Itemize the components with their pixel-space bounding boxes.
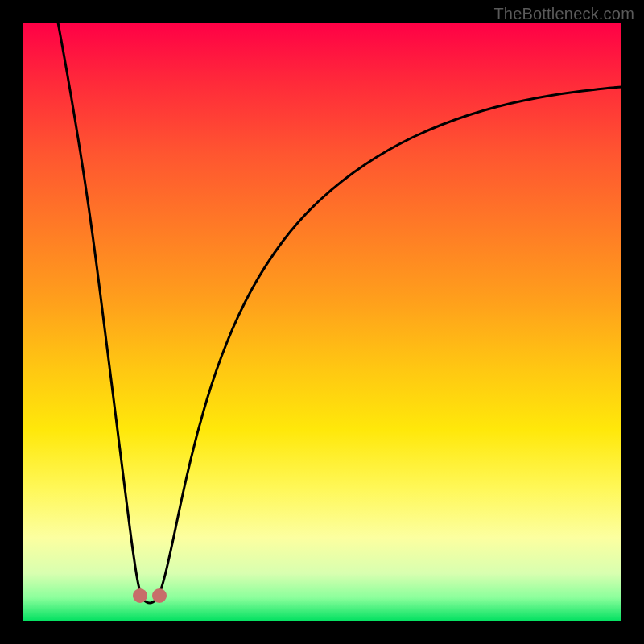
curve-markers <box>133 588 167 603</box>
watermark-text: TheBottleneck.com <box>493 5 634 23</box>
chart-frame: TheBottleneck.com <box>0 0 644 644</box>
curve-layer <box>23 23 621 621</box>
bottleneck-curve <box>58 23 621 603</box>
plot-area <box>23 23 621 621</box>
curve-marker <box>152 588 167 603</box>
curve-marker <box>133 588 147 603</box>
